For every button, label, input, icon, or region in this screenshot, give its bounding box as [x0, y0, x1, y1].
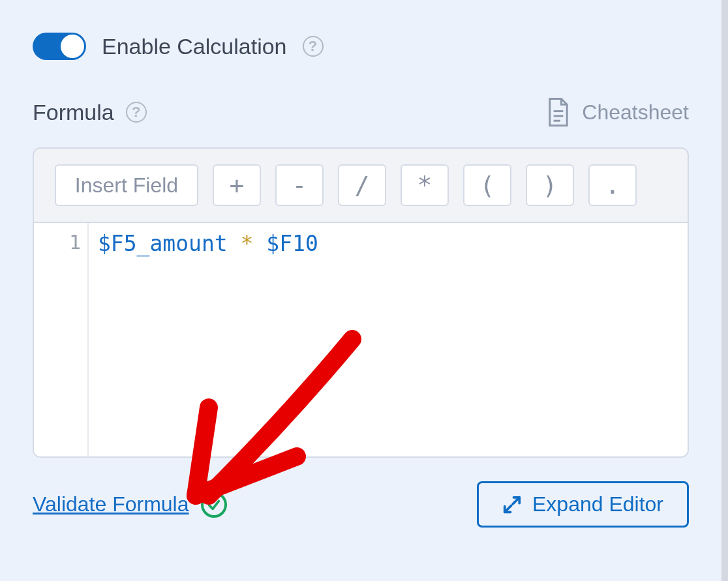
enable-calculation-label: Enable Calculation: [102, 34, 287, 59]
help-icon[interactable]: [126, 102, 147, 123]
insert-field-button[interactable]: Insert Field: [55, 164, 198, 206]
operator-plus-button[interactable]: +: [213, 164, 261, 206]
operator-multiply-button[interactable]: *: [401, 164, 449, 206]
operator-dot-button[interactable]: .: [588, 164, 637, 206]
cheatsheet-link[interactable]: Cheatsheet: [547, 98, 689, 127]
expand-editor-button[interactable]: Expand Editor: [477, 481, 689, 528]
token-var: $F10: [266, 231, 318, 256]
operator-rparen-button[interactable]: ): [526, 164, 574, 206]
expand-icon: [502, 495, 522, 514]
expand-editor-label: Expand Editor: [532, 492, 663, 516]
document-icon: [547, 98, 570, 127]
operator-lparen-button[interactable]: (: [463, 164, 511, 206]
code-area: 1 $F5_amount * $F10: [34, 222, 688, 456]
enable-calculation-toggle[interactable]: [33, 33, 86, 60]
enable-calculation-row: Enable Calculation: [33, 33, 689, 60]
formula-title: Formula: [33, 100, 114, 125]
code-gutter: 1: [34, 223, 89, 456]
formula-title-area: Formula: [33, 100, 147, 125]
toggle-knob: [61, 35, 84, 58]
formula-editor: Insert Field + - / * ( ) . 1 $F5_amount …: [33, 147, 689, 458]
token-var: $F5_amount: [98, 231, 228, 256]
cheatsheet-label: Cheatsheet: [582, 100, 689, 125]
formula-toolbar: Insert Field + - / * ( ) .: [34, 149, 688, 222]
operator-minus-button[interactable]: -: [275, 164, 324, 206]
check-circle-icon: [201, 492, 227, 518]
line-number: 1: [69, 231, 81, 254]
help-icon[interactable]: [303, 36, 324, 57]
formula-header-row: Formula Cheatsheet: [33, 98, 689, 127]
validate-formula-link[interactable]: Validate Formula: [33, 492, 189, 516]
token-op: *: [241, 231, 254, 256]
operator-divide-button[interactable]: /: [338, 164, 386, 206]
code-editor[interactable]: $F5_amount * $F10: [89, 223, 688, 456]
editor-footer-row: Validate Formula Expand Editor: [33, 481, 689, 528]
validate-area: Validate Formula: [33, 492, 227, 518]
